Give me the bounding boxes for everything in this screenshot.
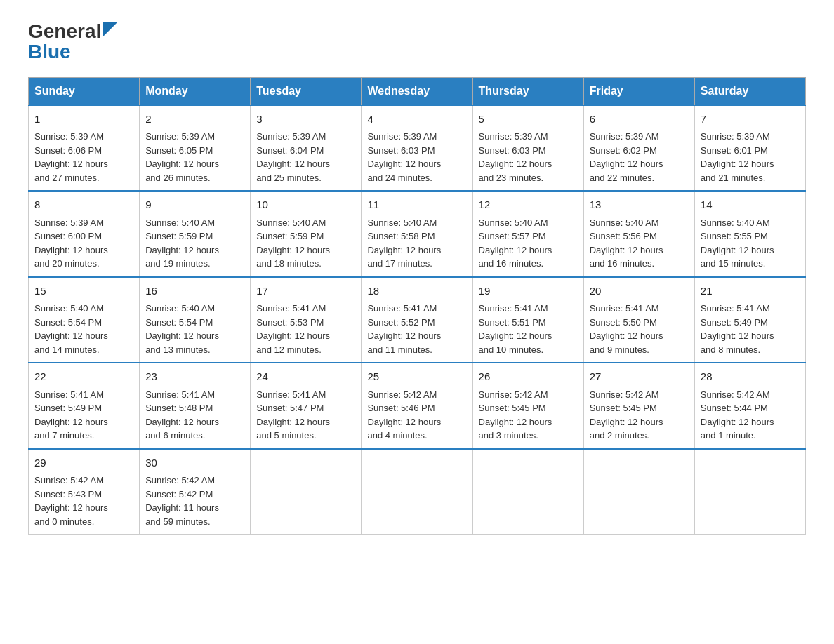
day-number: 23 (145, 369, 244, 385)
day-info: Sunrise: 5:42 AMSunset: 5:45 PMDaylight:… (479, 388, 578, 443)
calendar-cell: 25 Sunrise: 5:42 AMSunset: 5:46 PMDaylig… (362, 363, 472, 449)
calendar: SundayMondayTuesdayWednesdayThursdayFrid… (28, 77, 806, 535)
day-info: Sunrise: 5:40 AMSunset: 5:59 PMDaylight:… (256, 216, 355, 271)
day-info: Sunrise: 5:41 AMSunset: 5:49 PMDaylight:… (701, 302, 800, 356)
calendar-cell: 18 Sunrise: 5:41 AMSunset: 5:52 PMDaylig… (362, 277, 472, 363)
calendar-cell: 11 Sunrise: 5:40 AMSunset: 5:58 PMDaylig… (362, 191, 472, 277)
weekday-header-monday: Monday (140, 77, 251, 105)
day-number: 5 (479, 112, 578, 128)
week-row-1: 1 Sunrise: 5:39 AMSunset: 6:06 PMDayligh… (29, 105, 806, 192)
day-number: 12 (479, 197, 578, 213)
week-row-4: 22 Sunrise: 5:41 AMSunset: 5:49 PMDaylig… (29, 363, 806, 449)
day-info: Sunrise: 5:41 AMSunset: 5:51 PMDaylight:… (479, 302, 578, 356)
week-row-2: 8 Sunrise: 5:39 AMSunset: 6:00 PMDayligh… (29, 191, 806, 277)
day-info: Sunrise: 5:42 AMSunset: 5:45 PMDaylight:… (590, 388, 689, 443)
day-number: 3 (256, 112, 355, 128)
calendar-cell: 1 Sunrise: 5:39 AMSunset: 6:06 PMDayligh… (29, 105, 140, 192)
calendar-cell: 20 Sunrise: 5:41 AMSunset: 5:50 PMDaylig… (583, 277, 694, 363)
day-info: Sunrise: 5:42 AMSunset: 5:46 PMDaylight:… (367, 388, 466, 443)
calendar-cell: 3 Sunrise: 5:39 AMSunset: 6:04 PMDayligh… (251, 105, 362, 192)
day-info: Sunrise: 5:42 AMSunset: 5:44 PMDaylight:… (701, 388, 800, 443)
logo-triangle-icon (103, 22, 117, 36)
day-number: 29 (34, 455, 133, 471)
day-info: Sunrise: 5:39 AMSunset: 6:03 PMDaylight:… (367, 130, 466, 185)
day-number: 9 (145, 197, 244, 213)
calendar-cell: 12 Sunrise: 5:40 AMSunset: 5:57 PMDaylig… (472, 191, 583, 277)
weekday-header-friday: Friday (583, 77, 694, 105)
day-info: Sunrise: 5:39 AMSunset: 6:06 PMDaylight:… (34, 130, 133, 185)
calendar-cell: 8 Sunrise: 5:39 AMSunset: 6:00 PMDayligh… (29, 191, 140, 277)
calendar-cell: 23 Sunrise: 5:41 AMSunset: 5:48 PMDaylig… (140, 363, 251, 449)
calendar-cell: 15 Sunrise: 5:40 AMSunset: 5:54 PMDaylig… (29, 277, 140, 363)
day-info: Sunrise: 5:41 AMSunset: 5:47 PMDaylight:… (256, 388, 355, 443)
calendar-cell: 7 Sunrise: 5:39 AMSunset: 6:01 PMDayligh… (694, 105, 805, 192)
day-number: 14 (701, 197, 800, 213)
calendar-cell (694, 449, 805, 535)
calendar-cell: 5 Sunrise: 5:39 AMSunset: 6:03 PMDayligh… (472, 105, 583, 192)
calendar-cell: 28 Sunrise: 5:42 AMSunset: 5:44 PMDaylig… (694, 363, 805, 449)
day-number: 25 (367, 369, 466, 385)
calendar-cell (251, 449, 362, 535)
day-number: 10 (256, 197, 355, 213)
day-info: Sunrise: 5:41 AMSunset: 5:50 PMDaylight:… (590, 302, 689, 356)
day-info: Sunrise: 5:39 AMSunset: 6:03 PMDaylight:… (479, 130, 578, 185)
weekday-header-wednesday: Wednesday (362, 77, 472, 105)
day-number: 28 (701, 369, 800, 385)
calendar-cell: 17 Sunrise: 5:41 AMSunset: 5:53 PMDaylig… (251, 277, 362, 363)
day-info: Sunrise: 5:41 AMSunset: 5:48 PMDaylight:… (145, 388, 244, 443)
day-info: Sunrise: 5:40 AMSunset: 5:59 PMDaylight:… (145, 216, 244, 271)
day-number: 21 (701, 283, 800, 300)
day-number: 8 (34, 197, 133, 213)
logo-blue-text: Blue (28, 41, 117, 63)
day-number: 13 (590, 197, 689, 213)
day-number: 15 (34, 283, 133, 300)
day-number: 11 (367, 197, 466, 213)
weekday-header-tuesday: Tuesday (251, 77, 362, 105)
day-info: Sunrise: 5:39 AMSunset: 6:04 PMDaylight:… (256, 130, 355, 185)
calendar-cell: 2 Sunrise: 5:39 AMSunset: 6:05 PMDayligh… (140, 105, 251, 192)
calendar-cell: 30 Sunrise: 5:42 AMSunset: 5:42 PMDaylig… (140, 449, 251, 535)
calendar-cell: 6 Sunrise: 5:39 AMSunset: 6:02 PMDayligh… (583, 105, 694, 192)
day-info: Sunrise: 5:40 AMSunset: 5:58 PMDaylight:… (367, 216, 466, 271)
calendar-cell (583, 449, 694, 535)
day-number: 4 (367, 112, 466, 128)
day-number: 1 (34, 112, 133, 128)
day-info: Sunrise: 5:40 AMSunset: 5:56 PMDaylight:… (590, 216, 689, 271)
day-info: Sunrise: 5:40 AMSunset: 5:55 PMDaylight:… (701, 216, 800, 271)
calendar-cell: 9 Sunrise: 5:40 AMSunset: 5:59 PMDayligh… (140, 191, 251, 277)
logo-general: General (28, 21, 101, 43)
day-number: 26 (479, 369, 578, 385)
day-number: 17 (256, 283, 355, 300)
calendar-cell: 21 Sunrise: 5:41 AMSunset: 5:49 PMDaylig… (694, 277, 805, 363)
day-info: Sunrise: 5:42 AMSunset: 5:42 PMDaylight:… (145, 474, 244, 528)
day-number: 19 (479, 283, 578, 300)
day-number: 22 (34, 369, 133, 385)
logo-wordmark: General Blue (28, 21, 117, 63)
day-info: Sunrise: 5:40 AMSunset: 5:57 PMDaylight:… (479, 216, 578, 271)
day-number: 16 (145, 283, 244, 300)
calendar-cell: 27 Sunrise: 5:42 AMSunset: 5:45 PMDaylig… (583, 363, 694, 449)
calendar-cell: 16 Sunrise: 5:40 AMSunset: 5:54 PMDaylig… (140, 277, 251, 363)
day-number: 30 (145, 455, 244, 471)
day-info: Sunrise: 5:42 AMSunset: 5:43 PMDaylight:… (34, 474, 133, 528)
day-info: Sunrise: 5:41 AMSunset: 5:52 PMDaylight:… (367, 302, 466, 356)
day-info: Sunrise: 5:39 AMSunset: 6:02 PMDaylight:… (590, 130, 689, 185)
header: General Blue (28, 21, 806, 63)
logo: General Blue (28, 21, 117, 63)
weekday-header-row: SundayMondayTuesdayWednesdayThursdayFrid… (29, 77, 806, 105)
weekday-header-thursday: Thursday (472, 77, 583, 105)
week-row-3: 15 Sunrise: 5:40 AMSunset: 5:54 PMDaylig… (29, 277, 806, 363)
day-info: Sunrise: 5:41 AMSunset: 5:53 PMDaylight:… (256, 302, 355, 356)
day-info: Sunrise: 5:41 AMSunset: 5:49 PMDaylight:… (34, 388, 133, 443)
calendar-cell: 10 Sunrise: 5:40 AMSunset: 5:59 PMDaylig… (251, 191, 362, 277)
calendar-cell (472, 449, 583, 535)
calendar-cell: 13 Sunrise: 5:40 AMSunset: 5:56 PMDaylig… (583, 191, 694, 277)
day-info: Sunrise: 5:40 AMSunset: 5:54 PMDaylight:… (145, 302, 244, 356)
day-number: 24 (256, 369, 355, 385)
day-info: Sunrise: 5:39 AMSunset: 6:05 PMDaylight:… (145, 130, 244, 185)
day-number: 2 (145, 112, 244, 128)
svg-marker-0 (103, 22, 117, 36)
calendar-cell: 22 Sunrise: 5:41 AMSunset: 5:49 PMDaylig… (29, 363, 140, 449)
calendar-cell: 19 Sunrise: 5:41 AMSunset: 5:51 PMDaylig… (472, 277, 583, 363)
day-info: Sunrise: 5:40 AMSunset: 5:54 PMDaylight:… (34, 302, 133, 356)
